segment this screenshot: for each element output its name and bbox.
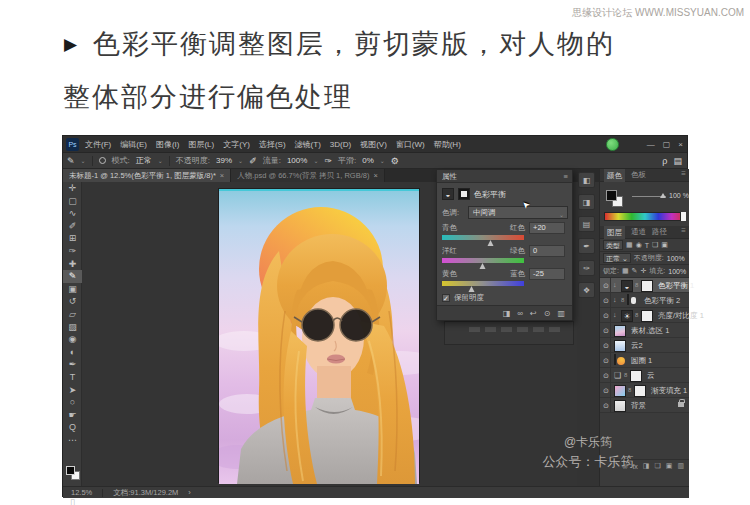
brush-tool-icon[interactable]: ✎	[67, 156, 75, 166]
workspace-panel-icon[interactable]: ▤	[673, 156, 682, 166]
fill-value[interactable]: 100%	[668, 268, 686, 275]
caret-down-icon[interactable]: ⌄	[238, 157, 243, 164]
layer-thumbnail[interactable]	[614, 325, 626, 337]
eye-icon[interactable]: ⊙	[602, 323, 611, 338]
search-icon[interactable]: ρ	[662, 156, 667, 166]
lock-transparency-icon[interactable]: ▦	[622, 267, 629, 275]
tab-untitled-1[interactable]: 未标题-1 @ 12.5%(色彩平衡 1, 图层蒙版/8)* ×	[63, 169, 231, 182]
clip-to-layer-icon[interactable]: ◨	[503, 309, 511, 318]
collapsed-panel-icon[interactable]: ❖	[578, 282, 595, 298]
layer-thumbnail[interactable]	[614, 400, 626, 412]
yellow-blue-value[interactable]: -25	[529, 268, 565, 280]
menu-file[interactable]: 文件(F)	[85, 139, 111, 150]
adjustment-thumbnail[interactable]: ☀	[621, 310, 633, 322]
eye-icon[interactable]: ⊙	[602, 293, 611, 308]
layer-row-circle-1[interactable]: ⊙ 圆圈 1	[600, 353, 689, 368]
menu-3d[interactable]: 3D(D)	[330, 140, 351, 149]
menu-image[interactable]: 图像(I)	[156, 139, 180, 150]
document-photo[interactable]	[219, 189, 419, 482]
filter-adjustment-icon[interactable]: ◉	[636, 241, 642, 249]
close-button[interactable]: ×	[678, 140, 683, 149]
mode-select[interactable]: 正常	[136, 155, 152, 166]
zoom-level[interactable]: 12.5%	[71, 488, 92, 497]
mask-thumbnail[interactable]	[634, 385, 646, 397]
tab-layers[interactable]: 图层	[604, 226, 625, 239]
menu-help[interactable]: 帮助(H)	[434, 139, 461, 150]
quick-selection-tool[interactable]: ✐	[63, 220, 82, 233]
caret-down-icon[interactable]: ⌄	[380, 157, 385, 164]
layer-row-color-balance-2[interactable]: ⊙ ↓ 8 色彩平衡 2	[600, 293, 689, 308]
pen-pressure-icon[interactable]: ✐	[249, 156, 257, 166]
tab-swatches[interactable]: 色板	[631, 170, 646, 180]
layer-row-gradient-fill[interactable]: ⊙ 8 渐变填充 1	[600, 383, 689, 398]
cyan-red-slider[interactable]	[442, 235, 524, 240]
filter-shape-icon[interactable]: ❏	[652, 241, 658, 249]
new-layer-icon[interactable]: ▣	[666, 462, 673, 470]
layer-row-cloud-2[interactable]: ⊙ 云2	[600, 338, 689, 353]
lock-paint-icon[interactable]: ✎	[632, 267, 638, 275]
properties-panel-header[interactable]: 属性 ≡	[437, 170, 572, 183]
menu-window[interactable]: 窗口(W)	[396, 139, 425, 150]
eye-icon[interactable]: ⊙	[602, 398, 611, 413]
layer-row-material-selection[interactable]: ⊙ 素材,选区 1	[600, 323, 689, 338]
status-arrow-icon[interactable]: ›	[188, 488, 191, 497]
caret-down-icon[interactable]: ⌄	[81, 157, 86, 164]
link-icon[interactable]: 8	[628, 387, 631, 393]
move-tool[interactable]: ✛	[63, 182, 82, 195]
blend-mode-dropdown[interactable]: 正常 ⌄	[603, 253, 631, 263]
caret-down-icon[interactable]: ⌄	[158, 157, 163, 164]
close-icon[interactable]: ×	[373, 171, 377, 180]
caret-down-icon[interactable]: ⌄	[313, 157, 318, 164]
cyan-red-value[interactable]: +20	[529, 222, 565, 234]
close-icon[interactable]: ×	[220, 171, 224, 180]
flow-value[interactable]: 100%	[287, 156, 307, 165]
link-icon[interactable]: 8	[621, 297, 624, 303]
eye-icon[interactable]: ⊙	[602, 383, 611, 398]
white-cap[interactable]	[680, 212, 686, 221]
mask-thumbnail[interactable]	[641, 280, 653, 292]
hand-tool[interactable]: ☛	[63, 409, 82, 422]
gear-icon[interactable]: ⚙	[391, 156, 399, 166]
background-floating-panel[interactable]	[444, 321, 574, 345]
eye-icon[interactable]: ⊙	[602, 338, 611, 353]
eye-icon[interactable]: ⊙	[602, 368, 611, 383]
checkbox-checked-icon[interactable]: ✓	[442, 294, 450, 302]
layer-row-background[interactable]: ⊙ 背景	[600, 398, 689, 413]
menu-edit[interactable]: 编辑(E)	[120, 139, 147, 150]
color-slider[interactable]	[632, 196, 666, 197]
eyedropper-tool[interactable]: ✑	[63, 245, 82, 258]
filter-type-icon[interactable]: T	[645, 242, 649, 249]
menu-select[interactable]: 选择(S)	[259, 139, 286, 150]
edit-toolbar-icon[interactable]: ⋯	[63, 434, 82, 447]
screen-mode-icon[interactable]: ▯	[63, 497, 82, 505]
opacity-value[interactable]: 39%	[216, 156, 232, 165]
layer-thumbnail[interactable]	[614, 385, 626, 397]
filter-pixel-icon[interactable]: ▦	[626, 241, 633, 249]
menu-view[interactable]: 视图(V)	[360, 139, 387, 150]
tab-paths[interactable]: 路径	[652, 227, 667, 237]
lasso-tool[interactable]: ∿	[63, 207, 82, 220]
mask-thumbnail[interactable]	[627, 294, 629, 305]
delete-trash-icon[interactable]: ▥	[557, 309, 565, 318]
foreground-color-swatch[interactable]	[606, 190, 617, 201]
folder-icon[interactable]: ❏	[614, 368, 621, 383]
slider-thumb[interactable]	[469, 286, 475, 292]
opacity-value[interactable]: 100%	[667, 255, 685, 262]
yellow-blue-slider[interactable]	[442, 281, 524, 286]
history-brush-tool[interactable]: ↺	[63, 295, 82, 308]
filter-type-dropdown[interactable]: 类型	[603, 240, 623, 250]
menu-layer[interactable]: 图层(L)	[188, 139, 214, 150]
photoshop-logo[interactable]: Ps	[66, 138, 79, 151]
pen-tool[interactable]: ✒	[63, 358, 82, 371]
airbrush-icon[interactable]: ✑	[324, 156, 332, 166]
panel-menu-icon[interactable]: ≡	[681, 169, 686, 178]
zoom-tool[interactable]: Q	[63, 421, 82, 434]
foreground-color-swatch[interactable]	[66, 466, 75, 475]
magenta-green-slider[interactable]	[442, 258, 524, 263]
eye-icon[interactable]: ⊙	[602, 308, 611, 323]
account-avatar[interactable]	[606, 138, 619, 151]
layer-row-cloud-group[interactable]: ⊙ ❏ 8 云	[600, 368, 689, 383]
restore-button[interactable]: ▢	[663, 140, 671, 149]
adjustment-thumbnail[interactable]: ◒	[621, 280, 633, 292]
link-icon[interactable]: 8	[635, 312, 638, 318]
